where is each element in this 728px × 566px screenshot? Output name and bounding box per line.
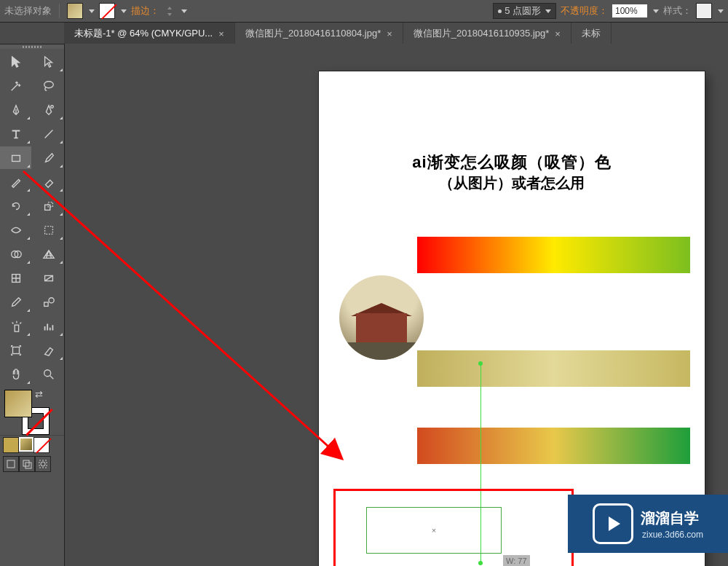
fill-swatch[interactable] <box>67 3 83 19</box>
color-mode-row <box>0 435 64 455</box>
svg-rect-5 <box>44 226 52 234</box>
gradient-tool[interactable] <box>33 267 64 289</box>
sample-image-circle[interactable] <box>339 275 424 360</box>
tab-doc-3[interactable]: 微信图片_20180416110935.jpg* × <box>403 23 571 44</box>
width-tool[interactable] <box>0 219 31 241</box>
svg-point-14 <box>44 369 50 376</box>
artboard-tool[interactable] <box>0 339 31 361</box>
type-tool[interactable] <box>0 122 31 145</box>
draw-mode-row <box>0 455 64 473</box>
tab-doc-4[interactable]: 未标 <box>571 23 612 44</box>
opacity-value: 100% <box>615 6 638 16</box>
svg-point-11 <box>49 297 54 302</box>
draw-inside[interactable] <box>35 456 51 472</box>
color-mode-gradient[interactable] <box>19 437 33 452</box>
stroke-dot-icon <box>498 9 502 13</box>
stroke-swatch[interactable] <box>99 3 115 19</box>
opacity-input[interactable]: 100% <box>612 4 647 17</box>
fill-stroke-control[interactable]: ⇄ <box>0 387 64 435</box>
tab-label: 未标 <box>582 27 601 40</box>
pen-tool[interactable] <box>0 98 31 121</box>
style-label: 样式： <box>663 4 692 17</box>
free-transform-tool[interactable] <box>33 219 64 241</box>
eraser-tool[interactable] <box>33 170 64 193</box>
magic-wand-tool[interactable] <box>0 74 31 97</box>
svg-rect-12 <box>15 325 18 331</box>
svg-rect-15 <box>7 460 15 468</box>
gradient-bar-2[interactable] <box>417 350 690 387</box>
pencil-tool[interactable] <box>0 170 31 193</box>
column-graph-tool[interactable] <box>33 315 64 337</box>
svg-rect-13 <box>12 347 19 353</box>
drawing-rectangle[interactable]: × <box>366 507 502 554</box>
canvas-area[interactable]: ai渐变怎么吸颜（吸管）色 （从图片）或者怎么用 × W: 77 H: 27 <box>64 44 728 566</box>
line-segment-tool[interactable] <box>33 122 64 145</box>
eyedropper-tool[interactable] <box>0 291 31 313</box>
tab-doc-2[interactable]: 微信图片_20180416110804.jpg* × <box>235 23 403 44</box>
lasso-tool[interactable] <box>33 74 64 97</box>
artwork-title-line2: （从图片）或者怎么用 <box>319 173 705 193</box>
draw-behind[interactable] <box>19 456 35 472</box>
smart-guide-anchor-icon <box>478 361 483 366</box>
fill-dropdown-icon[interactable] <box>89 9 95 13</box>
svg-point-19 <box>41 462 45 466</box>
rectangle-tool[interactable] <box>0 146 31 169</box>
separator <box>59 4 60 18</box>
play-icon <box>593 503 633 544</box>
tab-doc-1[interactable]: 未标题-1* @ 64% (CMYK/GPU... × <box>64 23 235 44</box>
tab-label: 微信图片_20180416110935.jpg* <box>414 27 549 40</box>
svg-rect-3 <box>44 205 50 210</box>
opacity-dropdown-icon[interactable] <box>653 9 659 13</box>
stroke-weight-dropdown-icon[interactable] <box>181 9 187 13</box>
rotate-tool[interactable] <box>0 194 31 217</box>
blend-tool[interactable] <box>33 291 64 313</box>
tools-panel: ⇄ <box>0 44 65 566</box>
scale-tool[interactable] <box>33 194 64 217</box>
stroke-weight-stepper[interactable] <box>164 4 175 17</box>
stroke-profile-select[interactable]: 5 点圆形 <box>493 3 556 19</box>
stroke-profile-dropdown-icon <box>545 9 551 13</box>
shape-builder-tool[interactable] <box>0 243 31 265</box>
artwork-title-line1: ai渐变怎么吸颜（吸管）色 <box>319 152 705 173</box>
style-swatch[interactable] <box>696 3 712 19</box>
perspective-grid-tool[interactable] <box>33 243 64 265</box>
zoom-tool[interactable] <box>33 363 64 385</box>
gradient-bar-1[interactable] <box>417 237 690 273</box>
document-tabs: 未标题-1* @ 64% (CMYK/GPU... × 微信图片_2018041… <box>64 23 728 45</box>
hand-tool[interactable] <box>0 363 31 385</box>
curvature-tool[interactable] <box>33 98 64 121</box>
artboard[interactable]: ai渐变怎么吸颜（吸管）色 （从图片）或者怎么用 × W: 77 H: 27 <box>319 71 705 566</box>
gradient-bar-3[interactable] <box>417 428 690 464</box>
paintbrush-tool[interactable] <box>33 146 64 169</box>
slice-tool[interactable] <box>33 339 64 361</box>
draw-normal[interactable] <box>3 456 19 472</box>
no-selection-label: 未选择对象 <box>4 4 52 17</box>
tab-close-icon[interactable]: × <box>387 28 392 39</box>
dimension-hint: W: 77 H: 27 <box>503 555 530 566</box>
svg-rect-10 <box>44 302 47 306</box>
fill-color-swatch[interactable] <box>4 390 32 417</box>
rect-center-marker-icon: × <box>432 526 436 535</box>
direct-selection-tool[interactable] <box>33 50 64 73</box>
tab-label: 微信图片_20180416110804.jpg* <box>245 27 381 40</box>
tab-label: 未标题-1* @ 64% (CMYK/GPU... <box>74 27 213 40</box>
mesh-tool[interactable] <box>0 267 31 289</box>
svg-rect-16 <box>23 460 29 466</box>
color-mode-none[interactable] <box>33 437 50 453</box>
style-dropdown-icon[interactable] <box>718 9 724 13</box>
stroke-label[interactable]: 描边： <box>131 4 159 17</box>
opacity-label[interactable]: 不透明度： <box>561 4 608 17</box>
selection-tool[interactable] <box>0 50 31 73</box>
swap-fill-stroke-icon[interactable]: ⇄ <box>35 389 43 400</box>
tab-close-icon[interactable]: × <box>555 28 561 39</box>
svg-point-0 <box>44 81 53 87</box>
stroke-profile-label: 5 点圆形 <box>505 4 541 17</box>
color-mode-solid[interactable] <box>3 437 19 453</box>
stroke-dropdown-icon[interactable] <box>121 9 127 13</box>
symbol-sprayer-tool[interactable] <box>0 315 31 337</box>
svg-rect-2 <box>12 155 20 161</box>
tab-close-icon[interactable]: × <box>218 28 224 39</box>
dimension-width: W: 77 <box>506 556 527 566</box>
watermark-url: zixue.3d66.com <box>642 530 703 540</box>
svg-rect-17 <box>25 463 31 468</box>
